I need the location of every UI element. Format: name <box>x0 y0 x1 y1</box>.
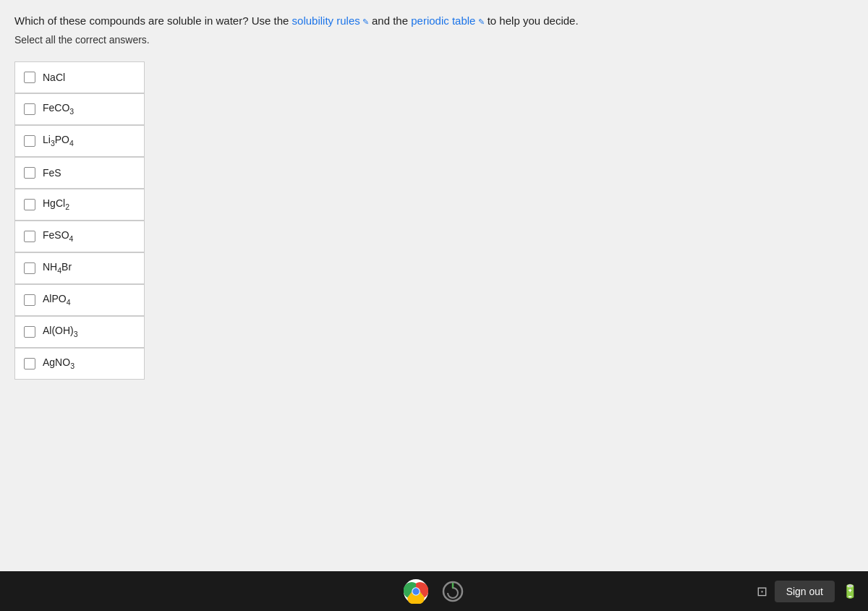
question-text-middle: and the <box>369 14 411 27</box>
chrome-icon[interactable] <box>403 578 429 604</box>
option-label-nh4br: NH4Br <box>43 261 72 275</box>
solubility-rules-link[interactable]: solubility rules <box>292 14 369 27</box>
option-label-li3po4: Li3PO4 <box>43 134 74 148</box>
periodic-table-link[interactable]: periodic table <box>411 14 484 27</box>
question-text-after: to help you decide. <box>485 14 579 27</box>
checkbox-nh4br[interactable] <box>24 262 35 274</box>
sub-instruction: Select all the correct answers. <box>14 34 854 46</box>
checkbox-fes[interactable] <box>24 167 35 179</box>
option-label-fes: FeS <box>43 167 61 179</box>
option-nacl[interactable]: NaCl <box>14 61 145 93</box>
checkbox-alpo4[interactable] <box>24 294 35 306</box>
battery-icon: 🔋 <box>842 584 858 599</box>
option-alpo4[interactable]: AlPO4 <box>14 284 145 316</box>
option-label-nacl: NaCl <box>43 72 65 83</box>
checkbox-aloh3[interactable] <box>24 326 35 338</box>
taskbar-right: ⊡ Sign out 🔋 <box>757 581 858 602</box>
reload-icon[interactable] <box>441 579 465 604</box>
options-list: NaCl FeCO3 Li3PO4 FeS HgCl2 FeSO4 NH4Br <box>14 61 145 380</box>
option-label-agno3: AgNO3 <box>43 356 75 370</box>
option-label-feco3: FeCO3 <box>43 102 74 116</box>
question-text-before: Which of these compounds are soluble in … <box>14 14 292 27</box>
main-content: Which of these compounds are soluble in … <box>0 0 868 571</box>
option-aloh3[interactable]: Al(OH)3 <box>14 316 145 348</box>
checkbox-li3po4[interactable] <box>24 135 35 147</box>
svg-point-4 <box>412 588 419 594</box>
checkbox-feso4[interactable] <box>24 231 35 242</box>
option-feso4[interactable]: FeSO4 <box>14 221 145 252</box>
sign-out-button[interactable]: Sign out <box>775 581 835 602</box>
checkbox-feco3[interactable] <box>24 103 35 115</box>
option-label-alpo4: AlPO4 <box>43 293 71 307</box>
option-fes[interactable]: FeS <box>14 157 145 189</box>
option-agno3[interactable]: AgNO3 <box>14 348 145 380</box>
option-label-aloh3: Al(OH)3 <box>43 325 78 338</box>
checkbox-hgcl2[interactable] <box>24 199 35 210</box>
option-nh4br[interactable]: NH4Br <box>14 252 145 284</box>
checkbox-nacl[interactable] <box>24 72 35 83</box>
taskbar-center <box>403 578 465 604</box>
option-label-feso4: FeSO4 <box>43 229 73 243</box>
screen-icon[interactable]: ⊡ <box>757 584 767 599</box>
option-hgcl2[interactable]: HgCl2 <box>14 189 145 221</box>
option-feco3[interactable]: FeCO3 <box>14 93 145 125</box>
checkbox-agno3[interactable] <box>24 358 35 369</box>
option-label-hgcl2: HgCl2 <box>43 197 69 211</box>
question-text: Which of these compounds are soluble in … <box>14 13 854 30</box>
option-li3po4[interactable]: Li3PO4 <box>14 125 145 157</box>
taskbar: ⊡ Sign out 🔋 <box>0 571 868 611</box>
